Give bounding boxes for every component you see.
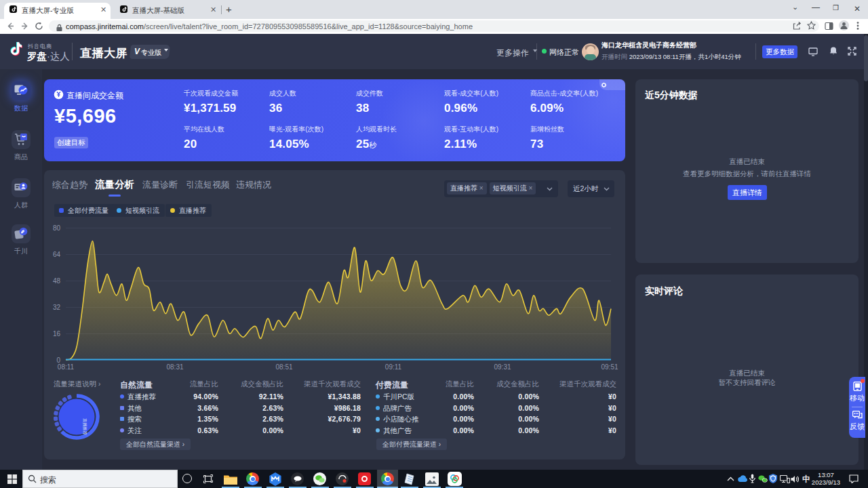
svg-text:80: 80 <box>53 224 61 232</box>
svg-text:08:11: 08:11 <box>58 363 75 371</box>
svg-text:09:31: 09:31 <box>494 363 511 371</box>
svg-text:64: 64 <box>53 251 61 258</box>
svg-text:08:31: 08:31 <box>166 363 183 371</box>
svg-text:08:51: 08:51 <box>275 363 292 371</box>
svg-text:48: 48 <box>53 277 61 285</box>
svg-text:09:51: 09:51 <box>601 363 618 371</box>
svg-text:09:11: 09:11 <box>385 363 402 371</box>
svg-text:16: 16 <box>53 330 61 338</box>
svg-text:直播推荐: 直播推荐 <box>82 418 87 436</box>
svg-text:32: 32 <box>53 304 61 311</box>
